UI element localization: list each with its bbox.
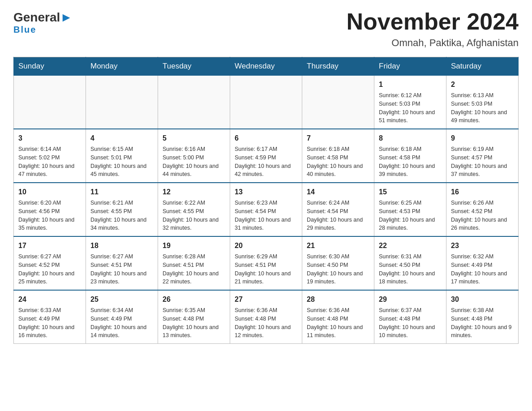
table-row bbox=[86, 76, 158, 129]
day-number: 7 bbox=[307, 133, 369, 144]
day-number: 2 bbox=[451, 79, 514, 90]
table-row: 11Sunrise: 6:21 AMSunset: 4:55 PMDayligh… bbox=[86, 183, 158, 236]
day-number: 10 bbox=[18, 187, 81, 197]
day-info: Sunrise: 6:34 AMSunset: 4:49 PMDaylight:… bbox=[90, 306, 153, 340]
table-row: 17Sunrise: 6:27 AMSunset: 4:52 PMDayligh… bbox=[14, 236, 86, 290]
day-info: Sunrise: 6:22 AMSunset: 4:55 PMDaylight:… bbox=[163, 199, 225, 232]
table-row: 28Sunrise: 6:36 AMSunset: 4:48 PMDayligh… bbox=[302, 290, 374, 344]
day-info: Sunrise: 6:36 AMSunset: 4:48 PMDaylight:… bbox=[307, 306, 369, 340]
location: Omnah, Paktika, Afghanistan bbox=[347, 37, 519, 49]
table-row: 27Sunrise: 6:36 AMSunset: 4:48 PMDayligh… bbox=[230, 290, 302, 344]
logo-triangle-icon: ► bbox=[60, 10, 73, 24]
day-info: Sunrise: 6:27 AMSunset: 4:52 PMDaylight:… bbox=[18, 253, 81, 286]
col-friday: Friday bbox=[374, 57, 446, 76]
title-area: November 2024 Omnah, Paktika, Afghanista… bbox=[347, 9, 519, 49]
table-row: 24Sunrise: 6:33 AMSunset: 4:49 PMDayligh… bbox=[14, 290, 86, 344]
table-row bbox=[158, 76, 230, 129]
page-header: General► Blue November 2024 Omnah, Pakti… bbox=[13, 9, 519, 49]
col-monday: Monday bbox=[86, 57, 158, 76]
table-row: 14Sunrise: 6:24 AMSunset: 4:54 PMDayligh… bbox=[302, 183, 374, 236]
table-row: 21Sunrise: 6:30 AMSunset: 4:50 PMDayligh… bbox=[302, 236, 374, 290]
day-info: Sunrise: 6:14 AMSunset: 5:02 PMDaylight:… bbox=[18, 145, 81, 179]
day-number: 9 bbox=[451, 133, 514, 144]
day-number: 21 bbox=[307, 240, 369, 251]
table-row: 6Sunrise: 6:17 AMSunset: 4:59 PMDaylight… bbox=[230, 129, 302, 183]
table-row: 1Sunrise: 6:12 AMSunset: 5:03 PMDaylight… bbox=[374, 76, 446, 129]
day-number: 14 bbox=[307, 187, 369, 197]
day-info: Sunrise: 6:35 AMSunset: 4:48 PMDaylight:… bbox=[163, 306, 225, 340]
col-wednesday: Wednesday bbox=[230, 57, 302, 76]
day-number: 28 bbox=[307, 294, 369, 305]
month-title: November 2024 bbox=[347, 9, 519, 34]
day-number: 26 bbox=[163, 294, 225, 305]
day-number: 13 bbox=[235, 187, 297, 197]
table-row: 26Sunrise: 6:35 AMSunset: 4:48 PMDayligh… bbox=[158, 290, 230, 344]
day-number: 20 bbox=[235, 240, 297, 251]
day-number: 30 bbox=[451, 294, 514, 305]
calendar-week-5: 24Sunrise: 6:33 AMSunset: 4:49 PMDayligh… bbox=[14, 290, 519, 344]
day-info: Sunrise: 6:38 AMSunset: 4:48 PMDaylight:… bbox=[451, 306, 514, 340]
table-row: 20Sunrise: 6:29 AMSunset: 4:51 PMDayligh… bbox=[230, 236, 302, 290]
col-tuesday: Tuesday bbox=[158, 57, 230, 76]
day-number: 1 bbox=[379, 79, 442, 90]
calendar-table: Sunday Monday Tuesday Wednesday Thursday… bbox=[13, 57, 519, 344]
calendar-week-4: 17Sunrise: 6:27 AMSunset: 4:52 PMDayligh… bbox=[14, 236, 519, 290]
day-info: Sunrise: 6:25 AMSunset: 4:53 PMDaylight:… bbox=[379, 199, 442, 232]
day-info: Sunrise: 6:15 AMSunset: 5:01 PMDaylight:… bbox=[90, 145, 153, 179]
day-info: Sunrise: 6:12 AMSunset: 5:03 PMDaylight:… bbox=[379, 91, 442, 125]
day-number: 5 bbox=[163, 133, 225, 144]
day-number: 29 bbox=[379, 294, 442, 305]
day-number: 17 bbox=[18, 240, 81, 251]
day-number: 11 bbox=[90, 187, 153, 197]
day-info: Sunrise: 6:26 AMSunset: 4:52 PMDaylight:… bbox=[451, 199, 514, 232]
day-info: Sunrise: 6:21 AMSunset: 4:55 PMDaylight:… bbox=[90, 199, 153, 232]
day-info: Sunrise: 6:18 AMSunset: 4:58 PMDaylight:… bbox=[379, 145, 442, 179]
table-row: 8Sunrise: 6:18 AMSunset: 4:58 PMDaylight… bbox=[374, 129, 446, 183]
day-info: Sunrise: 6:27 AMSunset: 4:51 PMDaylight:… bbox=[90, 253, 153, 286]
day-number: 15 bbox=[379, 187, 442, 197]
day-number: 16 bbox=[451, 187, 514, 197]
table-row: 3Sunrise: 6:14 AMSunset: 5:02 PMDaylight… bbox=[14, 129, 86, 183]
day-info: Sunrise: 6:31 AMSunset: 4:50 PMDaylight:… bbox=[379, 253, 442, 286]
day-number: 22 bbox=[379, 240, 442, 251]
calendar-week-2: 3Sunrise: 6:14 AMSunset: 5:02 PMDaylight… bbox=[14, 129, 519, 183]
col-thursday: Thursday bbox=[302, 57, 374, 76]
col-saturday: Saturday bbox=[446, 57, 519, 76]
calendar-week-3: 10Sunrise: 6:20 AMSunset: 4:56 PMDayligh… bbox=[14, 183, 519, 236]
day-number: 6 bbox=[235, 133, 297, 144]
day-number: 23 bbox=[451, 240, 514, 251]
table-row: 9Sunrise: 6:19 AMSunset: 4:57 PMDaylight… bbox=[446, 129, 519, 183]
day-number: 8 bbox=[379, 133, 442, 144]
day-number: 12 bbox=[163, 187, 225, 197]
table-row bbox=[14, 76, 86, 129]
calendar-week-1: 1Sunrise: 6:12 AMSunset: 5:03 PMDaylight… bbox=[14, 76, 519, 129]
table-row: 29Sunrise: 6:37 AMSunset: 4:48 PMDayligh… bbox=[374, 290, 446, 344]
day-number: 25 bbox=[90, 294, 153, 305]
table-row: 2Sunrise: 6:13 AMSunset: 5:03 PMDaylight… bbox=[446, 76, 519, 129]
day-info: Sunrise: 6:33 AMSunset: 4:49 PMDaylight:… bbox=[18, 306, 81, 340]
table-row: 5Sunrise: 6:16 AMSunset: 5:00 PMDaylight… bbox=[158, 129, 230, 183]
table-row: 15Sunrise: 6:25 AMSunset: 4:53 PMDayligh… bbox=[374, 183, 446, 236]
table-row: 23Sunrise: 6:32 AMSunset: 4:49 PMDayligh… bbox=[446, 236, 519, 290]
table-row: 4Sunrise: 6:15 AMSunset: 5:01 PMDaylight… bbox=[86, 129, 158, 183]
day-number: 19 bbox=[163, 240, 225, 251]
day-number: 24 bbox=[18, 294, 81, 305]
day-info: Sunrise: 6:20 AMSunset: 4:56 PMDaylight:… bbox=[18, 199, 81, 232]
day-info: Sunrise: 6:13 AMSunset: 5:03 PMDaylight:… bbox=[451, 91, 514, 125]
logo-blue-text: Blue bbox=[13, 25, 36, 35]
day-number: 3 bbox=[18, 133, 81, 144]
day-info: Sunrise: 6:37 AMSunset: 4:48 PMDaylight:… bbox=[379, 306, 442, 340]
day-info: Sunrise: 6:32 AMSunset: 4:49 PMDaylight:… bbox=[451, 253, 514, 286]
col-sunday: Sunday bbox=[14, 57, 86, 76]
calendar-header-row: Sunday Monday Tuesday Wednesday Thursday… bbox=[14, 57, 519, 76]
table-row: 22Sunrise: 6:31 AMSunset: 4:50 PMDayligh… bbox=[374, 236, 446, 290]
table-row bbox=[302, 76, 374, 129]
day-number: 27 bbox=[235, 294, 297, 305]
day-info: Sunrise: 6:16 AMSunset: 5:00 PMDaylight:… bbox=[163, 145, 225, 179]
table-row bbox=[230, 76, 302, 129]
day-info: Sunrise: 6:28 AMSunset: 4:51 PMDaylight:… bbox=[163, 253, 225, 286]
table-row: 16Sunrise: 6:26 AMSunset: 4:52 PMDayligh… bbox=[446, 183, 519, 236]
day-info: Sunrise: 6:30 AMSunset: 4:50 PMDaylight:… bbox=[307, 253, 369, 286]
table-row: 25Sunrise: 6:34 AMSunset: 4:49 PMDayligh… bbox=[86, 290, 158, 344]
table-row: 12Sunrise: 6:22 AMSunset: 4:55 PMDayligh… bbox=[158, 183, 230, 236]
